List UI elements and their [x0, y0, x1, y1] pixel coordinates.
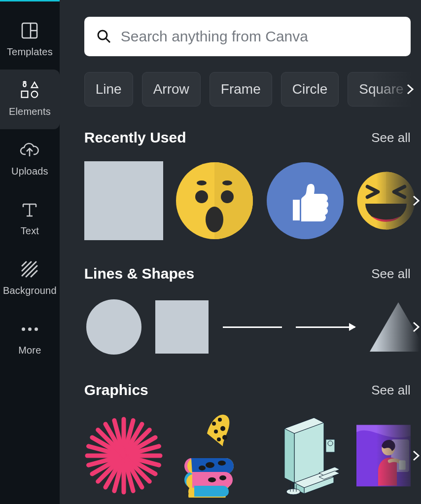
chip-circle[interactable]: Circle: [281, 72, 339, 107]
sidebar-item-label: Templates: [7, 46, 53, 58]
graphic-thumbs-up[interactable]: [175, 416, 254, 495]
shape-line[interactable]: [220, 297, 284, 357]
svg-marker-3: [32, 82, 38, 88]
sidebar-item-label: Uploads: [11, 166, 48, 177]
elements-panel: Line Arrow Frame Circle Square Recently …: [60, 0, 421, 504]
svg-point-62: [218, 461, 226, 466]
graphic-isometric-letter[interactable]: [266, 416, 345, 495]
lines-scroll-right[interactable]: [410, 321, 421, 333]
svg-point-56: [218, 418, 222, 422]
svg-point-17: [98, 31, 107, 39]
shape-arrow-line[interactable]: [293, 297, 357, 357]
more-icon: [20, 319, 39, 339]
svg-point-64: [208, 477, 216, 482]
uploads-icon: [20, 140, 39, 160]
sidebar-item-uploads[interactable]: Uploads: [0, 129, 60, 189]
section-graphics: Graphics See all: [84, 382, 421, 500]
svg-rect-83: [399, 461, 405, 470]
svg-rect-4: [22, 91, 28, 98]
sidebar-item-label: Elements: [9, 106, 51, 117]
recent-scroll-right[interactable]: [410, 195, 421, 207]
section-recently-used: Recently Used See all: [84, 129, 421, 243]
chip-line[interactable]: Line: [84, 72, 133, 107]
chip-frame[interactable]: Frame: [210, 72, 272, 107]
svg-line-18: [106, 38, 110, 42]
graphics-scroll-right[interactable]: [410, 450, 421, 462]
svg-point-26: [206, 207, 223, 232]
suggestion-chips: Line Arrow Frame Circle Square: [84, 72, 421, 107]
templates-icon: [20, 21, 39, 40]
sidebar-item-background[interactable]: Background: [0, 249, 60, 308]
app-root: Templates Elements: [0, 0, 421, 504]
search-input[interactable]: [121, 28, 399, 45]
sidebar-item-label: More: [18, 345, 41, 356]
sidebar-item-templates[interactable]: Templates: [0, 10, 60, 70]
svg-point-22: [197, 180, 207, 185]
recent-item-laugh-emoji[interactable]: [356, 161, 416, 240]
sidebar: Templates Elements: [0, 0, 60, 504]
sidebar-item-more[interactable]: More: [0, 308, 60, 368]
recent-item-wow-emoji[interactable]: [175, 161, 254, 240]
shape-square[interactable]: [152, 297, 211, 357]
see-all-recent[interactable]: See all: [371, 130, 411, 145]
svg-line-15: [26, 266, 37, 277]
shape-circle[interactable]: [84, 297, 143, 357]
chips-scroll-right[interactable]: [398, 77, 421, 101]
section-title: Graphics: [84, 382, 148, 398]
svg-point-63: [199, 466, 206, 470]
sidebar-item-label: Background: [3, 285, 57, 296]
sidebar-item-text[interactable]: Text: [0, 189, 60, 249]
svg-marker-68: [284, 429, 294, 483]
svg-point-59: [222, 435, 227, 440]
sidebar-item-label: Text: [21, 225, 39, 237]
svg-point-55: [212, 422, 216, 426]
section-title: Lines & Shapes: [84, 265, 194, 282]
section-title: Recently Used: [84, 129, 186, 146]
graphic-illustration-person[interactable]: [356, 416, 411, 495]
recent-item-like-badge[interactable]: [266, 161, 345, 240]
svg-point-60: [217, 437, 221, 441]
svg-point-5: [32, 91, 38, 98]
svg-point-24: [195, 190, 208, 203]
section-lines-shapes: Lines & Shapes See all: [84, 265, 421, 359]
recent-item-square[interactable]: [84, 161, 163, 240]
svg-point-61: [206, 462, 214, 468]
text-icon: [20, 200, 39, 219]
see-all-graphics[interactable]: See all: [371, 383, 411, 398]
svg-point-57: [220, 426, 225, 431]
svg-point-25: [221, 190, 234, 203]
search-icon: [96, 29, 112, 44]
graphic-starburst[interactable]: [84, 416, 163, 495]
svg-point-23: [222, 180, 232, 185]
svg-line-13: [22, 262, 31, 271]
svg-point-58: [214, 430, 218, 433]
search-bar[interactable]: [84, 17, 411, 56]
elements-icon: [20, 80, 39, 100]
chip-arrow[interactable]: Arrow: [142, 72, 201, 107]
background-icon: [20, 259, 39, 279]
svg-point-65: [219, 475, 226, 480]
see-all-lines[interactable]: See all: [371, 266, 411, 282]
svg-line-12: [22, 262, 26, 266]
sidebar-item-elements[interactable]: Elements: [0, 70, 60, 129]
